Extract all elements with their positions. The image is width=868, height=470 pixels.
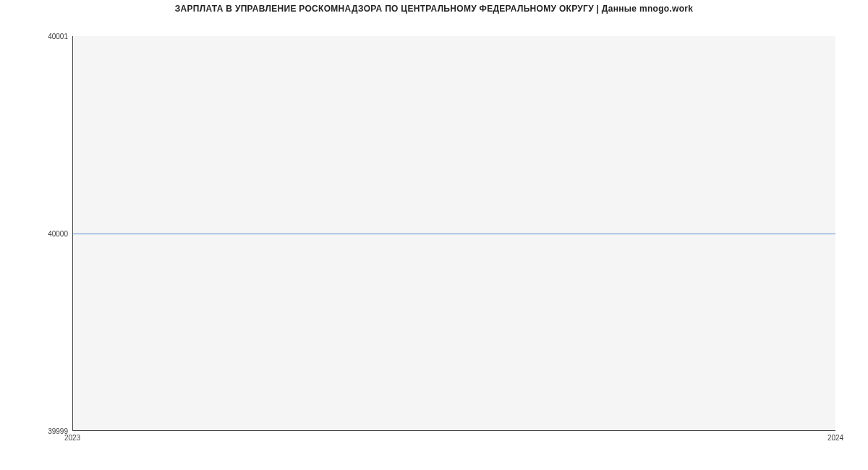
x-tick-label: 2023 xyxy=(64,434,80,442)
y-tick-label: 40000 xyxy=(3,230,68,238)
chart-title: ЗАРПЛАТА В УПРАВЛЕНИЕ РОСКОМНАДЗОРА ПО Ц… xyxy=(0,4,868,14)
plot-area xyxy=(72,36,835,431)
y-tick-label: 40001 xyxy=(3,33,68,40)
y-tick-label: 39999 xyxy=(3,427,68,435)
x-tick-label: 2024 xyxy=(827,434,843,442)
salary-line-chart: ЗАРПЛАТА В УПРАВЛЕНИЕ РОСКОМНАДЗОРА ПО Ц… xyxy=(0,0,868,452)
data-line-salary xyxy=(73,234,835,234)
